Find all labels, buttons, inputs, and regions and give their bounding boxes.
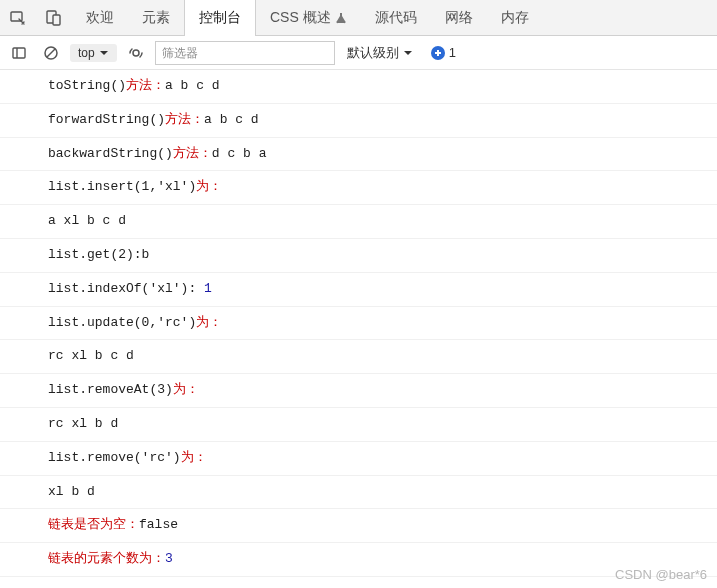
log-row: list.update(0,'rc')为： [0,307,717,341]
clear-console-icon[interactable] [38,40,64,66]
tab-network[interactable]: 网络 [431,0,487,36]
tab-label: 元素 [142,9,170,27]
tab-memory[interactable]: 内存 [487,0,543,36]
log-row: xl b d [0,476,717,510]
watermark: CSDN @bear*6 [615,567,707,582]
live-expression-icon[interactable] [123,40,149,66]
sidebar-toggle-icon[interactable] [6,40,32,66]
chevron-down-icon [403,48,413,58]
log-row: a xl b c d [0,205,717,239]
console-toolbar: top 默认级别 1 [0,36,717,70]
log-row: toString()方法：a b c d [0,70,717,104]
log-row: forwardString()方法：a b c d [0,104,717,138]
tab-welcome[interactable]: 欢迎 [72,0,128,36]
tab-label: 内存 [501,9,529,27]
log-row: list.remove('rc')为： [0,442,717,476]
tab-css-overview[interactable]: CSS 概述 [256,0,361,36]
tab-bar: 欢迎 元素 控制台 CSS 概述 源代码 网络 内存 [0,0,717,36]
svg-line-6 [47,49,55,57]
svg-rect-2 [53,15,60,25]
issues-dot-icon [431,46,445,60]
log-row: rc xl b c d [0,340,717,374]
filter-input[interactable] [155,41,335,65]
log-row: list.indexOf('xl'): 1 [0,273,717,307]
tab-sources[interactable]: 源代码 [361,0,431,36]
issues-badge[interactable]: 1 [425,45,462,60]
flask-icon [335,12,347,24]
inspect-element-icon[interactable] [0,0,36,36]
log-row: 链表是否为空：false [0,509,717,543]
svg-rect-3 [13,48,25,58]
tab-label: 欢迎 [86,9,114,27]
log-row: list.get(2):b [0,239,717,273]
device-toolbar-icon[interactable] [36,0,72,36]
tab-label: CSS 概述 [270,9,331,27]
log-row: list.removeAt(3)为： [0,374,717,408]
tab-console[interactable]: 控制台 [184,0,256,36]
chevron-down-icon [99,48,109,58]
prompt-caret: > [12,583,20,588]
log-row: list.insert(1,'xl')为： [0,171,717,205]
tab-label: 网络 [445,9,473,27]
svg-rect-9 [437,50,439,56]
context-label: top [78,46,95,60]
console-log-area: toString()方法：a b c dforwardString()方法：a … [0,70,717,577]
console-prompt[interactable]: > [0,577,717,588]
tab-label: 控制台 [199,9,241,27]
log-row: 链表的元素个数为：3 [0,543,717,577]
issues-count: 1 [449,45,456,60]
context-selector[interactable]: top [70,44,117,62]
log-row: backwardString()方法：d c b a [0,138,717,172]
tab-label: 源代码 [375,9,417,27]
svg-point-7 [133,50,139,56]
tab-elements[interactable]: 元素 [128,0,184,36]
log-row: rc xl b d [0,408,717,442]
log-level-label: 默认级别 [347,44,399,62]
log-level-selector[interactable]: 默认级别 [341,44,419,62]
